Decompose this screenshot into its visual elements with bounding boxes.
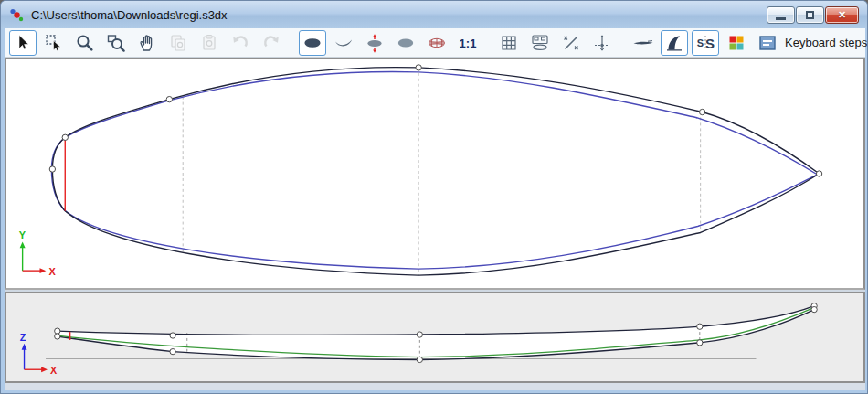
magnifier-icon <box>75 33 95 53</box>
xy-axis-indicator: Y X <box>19 229 57 277</box>
points-panel-icon <box>530 33 550 53</box>
minimize-icon <box>776 17 786 20</box>
properties-panel-icon <box>757 33 778 53</box>
control-point[interactable] <box>417 357 422 362</box>
control-points-panel-button[interactable] <box>526 30 554 56</box>
symmetry-button[interactable]: S S <box>692 30 719 56</box>
control-point[interactable] <box>699 109 704 114</box>
colors-button[interactable] <box>723 30 750 56</box>
hand-icon <box>137 33 157 53</box>
control-point[interactable] <box>697 340 703 346</box>
control-point[interactable] <box>417 332 422 337</box>
marquee-select-icon <box>44 33 64 53</box>
wireframe-view-button[interactable] <box>423 30 450 56</box>
rocker-profile-icon <box>333 33 354 53</box>
symmetry-icon: S S <box>695 33 715 53</box>
titlebar[interactable]: C:\Users\thoma\Downloads\regi.s3dx ✕ <box>1 1 867 28</box>
svg-text:Z: Z <box>20 332 26 343</box>
paste-tool[interactable] <box>196 30 223 56</box>
thickness-icon <box>365 33 385 53</box>
app-window: C:\Users\thoma\Downloads\regi.s3dx ✕ <box>0 0 868 394</box>
paste-icon <box>199 33 219 53</box>
undo-button[interactable] <box>227 30 254 56</box>
select-tool[interactable] <box>9 30 37 56</box>
control-point[interactable] <box>816 171 821 176</box>
window-title: C:\Users\thoma\Downloads\regi.s3dx <box>31 8 228 22</box>
control-point[interactable] <box>55 334 60 339</box>
outline-plan-icon <box>302 33 323 53</box>
outline-view-button[interactable] <box>299 30 326 56</box>
board-side-icon <box>632 33 654 53</box>
svg-text:X: X <box>50 365 58 376</box>
measure-icon <box>561 33 581 53</box>
copy-icon <box>168 33 188 53</box>
svg-text:Y: Y <box>19 229 26 240</box>
zx-axis-indicator: Z X <box>20 332 58 376</box>
control-point[interactable] <box>170 333 175 338</box>
color-squares-icon <box>726 33 746 53</box>
side-profile-button[interactable] <box>630 30 657 56</box>
control-point[interactable] <box>55 328 60 334</box>
guidelines-button[interactable] <box>588 30 616 56</box>
close-icon: ✕ <box>838 9 846 21</box>
rocker-view-panel: Z X <box>5 292 865 383</box>
properties-button[interactable] <box>754 30 781 56</box>
redo-button[interactable] <box>258 30 285 56</box>
zoom-window-icon <box>106 33 126 53</box>
measure-button[interactable] <box>557 30 585 56</box>
pan-tool[interactable] <box>133 30 161 56</box>
outline-view-panel: Y X <box>5 58 865 290</box>
wireframe-plan-icon <box>427 33 447 53</box>
control-point[interactable] <box>62 134 68 140</box>
keyboard-steps-label: Keyboard steps <box>785 36 867 49</box>
svg-text:S: S <box>697 37 704 48</box>
svg-text:1:1: 1:1 <box>460 36 477 49</box>
fin-icon <box>664 33 684 53</box>
overlay-outline-curve[interactable] <box>51 71 817 269</box>
control-point[interactable] <box>170 349 175 355</box>
control-point[interactable] <box>416 65 421 70</box>
zoom-box-tool[interactable] <box>102 30 130 56</box>
client-area: Y X Z <box>5 58 865 390</box>
multi-select-tool[interactable] <box>40 30 68 56</box>
shaded-view-button[interactable] <box>392 30 419 56</box>
restore-icon <box>806 11 814 19</box>
rocker-canvas[interactable]: Z X <box>6 293 862 379</box>
undo-icon <box>230 33 250 53</box>
outline-canvas[interactable]: Y X <box>6 59 862 286</box>
thickness-view-button[interactable] <box>361 30 388 56</box>
app-icon <box>9 7 25 23</box>
scale-1to1-icon: 1:1 <box>457 33 479 53</box>
scale-1to1-button[interactable]: 1:1 <box>454 30 482 56</box>
minimize-button[interactable] <box>767 6 795 24</box>
svg-text:X: X <box>48 266 56 277</box>
redo-icon <box>261 33 281 53</box>
grid-icon <box>499 33 519 53</box>
svg-text:S: S <box>705 35 715 50</box>
zoom-tool[interactable] <box>71 30 99 56</box>
bottom-frame <box>5 383 865 390</box>
restore-button[interactable] <box>796 6 824 24</box>
guidelines-icon <box>592 33 612 53</box>
close-button[interactable]: ✕ <box>825 6 859 24</box>
toolbar: 1:1 <box>5 28 865 58</box>
control-point[interactable] <box>697 324 703 329</box>
rocker-view-button[interactable] <box>330 30 357 56</box>
copy-tool[interactable] <box>164 30 192 56</box>
control-point[interactable] <box>166 96 172 101</box>
fin-button[interactable] <box>661 30 688 56</box>
grid-button[interactable] <box>495 30 523 56</box>
cursor-arrow-icon <box>13 33 33 53</box>
keyboard-steps-button[interactable]: Keyboard steps <box>785 34 868 52</box>
control-point[interactable] <box>811 306 817 312</box>
control-point[interactable] <box>49 166 55 172</box>
shaded-plan-icon <box>396 33 416 53</box>
